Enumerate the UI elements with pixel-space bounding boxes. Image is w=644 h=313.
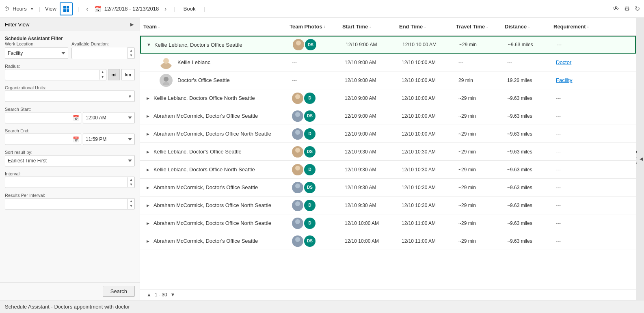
avatar-photo xyxy=(293,39,304,50)
table-row[interactable]: ► Abraham McCormick, Doctor's Office Sea… xyxy=(140,232,636,250)
th-start-time[interactable]: Start Time ↓ xyxy=(342,24,399,30)
page-up-btn[interactable]: ▲ xyxy=(147,292,151,298)
duration-down-btn[interactable]: ▼ xyxy=(128,53,134,58)
results-group: Results Per Interval: 9 ▲ ▼ xyxy=(5,192,135,209)
unit-mi-btn[interactable]: mi xyxy=(108,69,120,80)
cell-start-time: 12/10 9:30 AM xyxy=(342,165,399,174)
svg-point-14 xyxy=(295,130,300,135)
grid-view-btn[interactable] xyxy=(60,2,73,15)
search-start-cal-btn[interactable]: 📅 xyxy=(71,113,81,123)
interval-up-btn[interactable]: ▲ xyxy=(128,177,134,182)
results-input[interactable]: 9 xyxy=(5,199,128,208)
table-row[interactable]: Doctor's Office Seattle --- 12/10 9:00 A… xyxy=(140,71,636,89)
refresh-btn[interactable]: ↻ xyxy=(635,5,640,13)
cell-distance: ~9.63 miles xyxy=(505,201,553,210)
search-button[interactable]: Search xyxy=(103,286,135,297)
table-row[interactable]: ► Kellie Leblanc, Doctors Office North S… xyxy=(140,89,636,107)
radius-up-btn[interactable]: ▲ xyxy=(99,70,106,75)
search-start-time-select[interactable]: 12:00 AM xyxy=(83,112,135,123)
th-requirement[interactable]: Requirement ↓ xyxy=(553,24,606,30)
svg-point-4 xyxy=(296,41,301,45)
th-travel-time[interactable]: Travel Time ↓ xyxy=(456,24,505,30)
prev-week-btn[interactable]: ‹ xyxy=(84,4,91,14)
req-link-facility[interactable]: Facility xyxy=(556,77,572,83)
table-row[interactable]: Kellie Leblanc --- 12/10 9:00 AM 12/10 1… xyxy=(140,54,636,71)
sub-team-name: Kellie Leblanc xyxy=(177,59,210,65)
work-location-select[interactable]: Facility xyxy=(5,47,68,59)
hours-dropdown-btn[interactable]: ▼ xyxy=(30,6,34,11)
org-units-label: Organizational Units: xyxy=(5,85,46,90)
expand-btn[interactable]: ► xyxy=(146,185,150,190)
cell-start-time: 12/10 9:00 AM xyxy=(342,112,399,121)
duration-input[interactable]: 1 hour xyxy=(72,47,128,59)
cell-avatars: D xyxy=(290,127,342,141)
eye-btn[interactable]: 👁 xyxy=(613,5,619,13)
results-down-btn[interactable]: ▼ xyxy=(128,204,134,209)
filter-header: Filter View ► xyxy=(0,18,140,31)
details-side-panel[interactable]: ◀ Details ◀ Create Resource Booking xyxy=(636,18,644,300)
org-units-dropdown-icon: ▼ xyxy=(128,94,132,99)
radius-row: 50 ▲ ▼ mi km xyxy=(5,69,135,80)
table-row[interactable]: ► Kellie Leblanc, Doctor's Office Seattl… xyxy=(140,143,636,161)
next-week-btn[interactable]: › xyxy=(162,4,169,14)
bottom-bar: Schedule Assistant - Doctors appointment… xyxy=(0,300,644,313)
expand-btn[interactable]: ► xyxy=(146,132,150,136)
th-distance[interactable]: Distance ↓ xyxy=(505,24,553,30)
radius-input[interactable]: 50 xyxy=(5,70,99,79)
svg-point-8 xyxy=(164,77,169,82)
cell-dist-sub2: 19.26 miles xyxy=(505,76,553,85)
expand-btn[interactable]: ► xyxy=(146,167,150,172)
org-units-input[interactable] xyxy=(8,93,128,99)
unit-km-btn[interactable]: km xyxy=(121,69,135,80)
svg-point-11 xyxy=(294,99,302,104)
req-link-doctor[interactable]: Doctor xyxy=(556,59,571,65)
details-collapse-btn[interactable]: ◀ xyxy=(639,155,644,163)
search-end-time-select[interactable]: 11:59 PM xyxy=(83,134,135,145)
search-end-cal-btn[interactable]: 📅 xyxy=(71,135,81,144)
search-end-date-input[interactable]: 12/14/2018 xyxy=(5,135,71,144)
team-name: Kellie Leblanc, Doctor's Office Seattle xyxy=(153,149,242,155)
th-distance-sort-icon: ↓ xyxy=(528,24,530,29)
table-row[interactable]: ► Abraham McCormick, Doctors Office Nort… xyxy=(140,214,636,232)
expand-btn[interactable]: ► xyxy=(146,114,150,119)
settings-btn[interactable]: ⚙ xyxy=(624,5,630,13)
th-end-time[interactable]: End Time ↓ xyxy=(399,24,456,30)
cell-avatars: D xyxy=(290,198,342,213)
table-row[interactable]: ► Kellie Leblanc, Doctors Office North S… xyxy=(140,161,636,179)
interval-down-btn[interactable]: ▼ xyxy=(128,182,134,187)
expand-btn[interactable]: ► xyxy=(146,239,150,244)
calendar-icon: 📅 xyxy=(94,6,101,12)
filter-collapse-btn[interactable]: ► xyxy=(129,21,135,28)
sep3: | xyxy=(174,6,175,12)
duration-up-btn[interactable]: ▲ xyxy=(128,48,134,53)
cell-avatars-sub: --- xyxy=(290,58,342,67)
expand-btn[interactable]: ► xyxy=(146,203,150,208)
search-start-group: Search Start: 12/10/2018 📅 12:00 AM xyxy=(5,106,135,123)
th-team-photos[interactable]: Team Photos ↓ xyxy=(290,24,342,30)
page-down-btn[interactable]: ▼ xyxy=(171,292,175,298)
cell-req-sub2: Facility xyxy=(553,76,606,85)
expand-btn[interactable]: ► xyxy=(146,149,150,154)
search-start-date-input[interactable]: 12/10/2018 xyxy=(5,113,71,122)
sort-select[interactable]: Earliest Time First xyxy=(5,155,135,166)
cell-end-time: 12/10 11:00 AM xyxy=(399,219,456,228)
book-btn[interactable]: Book xyxy=(180,4,199,13)
radius-down-btn[interactable]: ▼ xyxy=(99,75,106,80)
results-input-wrap: 9 ▲ ▼ xyxy=(5,198,135,209)
table-row[interactable]: ► Abraham McCormick, Doctors Office Nort… xyxy=(140,196,636,214)
table-row[interactable]: ▼ Kellie Leblanc, Doctor's Office Seattl… xyxy=(140,36,636,54)
facility-avatar xyxy=(160,74,173,87)
results-up-btn[interactable]: ▲ xyxy=(128,199,134,204)
interval-input[interactable]: 30 minutes xyxy=(5,178,128,187)
view-label: View xyxy=(45,6,56,12)
expand-btn[interactable]: ► xyxy=(146,221,150,226)
cell-distance: ~9.63 miles xyxy=(505,94,553,103)
expand-btn[interactable]: ► xyxy=(146,96,150,101)
radius-spinner: ▲ ▼ xyxy=(99,70,106,80)
table-row[interactable]: ► Abraham McCormick, Doctor's Office Sea… xyxy=(140,179,636,196)
cell-travel-time: ~29 min xyxy=(456,130,505,138)
table-row[interactable]: ► Abraham McCormick, Doctors Office Nort… xyxy=(140,125,636,143)
table-row[interactable]: ► Abraham McCormick, Doctor's Office Sea… xyxy=(140,107,636,125)
expand-btn[interactable]: ▼ xyxy=(147,42,151,47)
th-team[interactable]: Team ↓ xyxy=(143,24,290,30)
